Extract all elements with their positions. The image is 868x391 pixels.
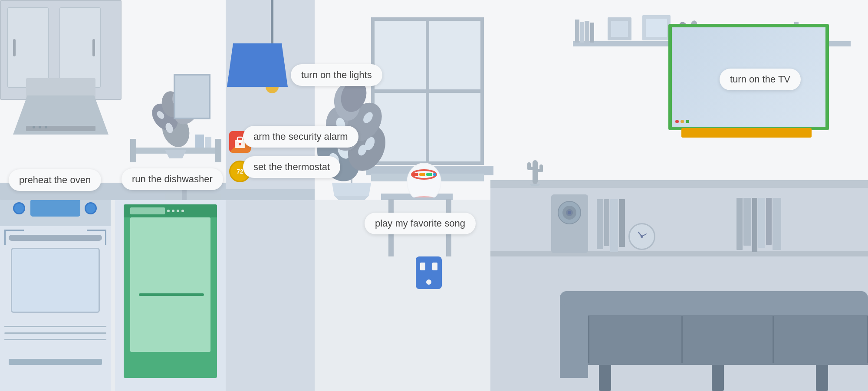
google-home-svg bbox=[404, 143, 445, 197]
dw-dot bbox=[172, 210, 174, 212]
cushion-dividers bbox=[588, 316, 868, 363]
svg-marker-40 bbox=[529, 184, 540, 186]
cabinet-door-left bbox=[7, 7, 49, 88]
book-spine bbox=[604, 199, 609, 246]
range-hood bbox=[13, 78, 108, 135]
book-spine bbox=[619, 199, 625, 247]
speaker-icon bbox=[558, 201, 582, 225]
tv-dot-green bbox=[686, 120, 689, 123]
svg-marker-3 bbox=[165, 150, 187, 158]
range-hood-dot bbox=[33, 126, 35, 128]
lamp-cord bbox=[271, 0, 273, 43]
dishwasher-front bbox=[124, 204, 217, 378]
faucet-handles bbox=[165, 194, 221, 200]
svg-marker-46 bbox=[334, 196, 369, 200]
svg-point-36 bbox=[568, 211, 571, 214]
dishwasher bbox=[115, 191, 226, 391]
svg-rect-30 bbox=[580, 22, 584, 43]
sofa bbox=[560, 261, 868, 391]
tv-status-dots bbox=[675, 120, 689, 123]
smart-home-scene: 72 bbox=[0, 0, 868, 391]
book-spine bbox=[773, 198, 781, 250]
svg-rect-45 bbox=[539, 164, 543, 172]
svg-point-39 bbox=[641, 235, 643, 238]
bubble-play-song[interactable]: play my favorite song bbox=[365, 213, 476, 234]
clock bbox=[628, 223, 655, 250]
counter-island-top bbox=[226, 189, 315, 200]
svg-rect-65 bbox=[419, 173, 425, 176]
oven-rack-lines bbox=[4, 326, 106, 340]
bubble-run-dishwasher-text: run the dishwasher bbox=[132, 174, 213, 185]
sofa-leg-2 bbox=[712, 365, 724, 391]
oven-window bbox=[11, 248, 100, 313]
oven-display bbox=[30, 199, 80, 217]
sofa-arm bbox=[560, 304, 588, 378]
book-group-left bbox=[597, 199, 625, 252]
speaker bbox=[551, 194, 588, 253]
sofa-leg-1 bbox=[599, 365, 611, 391]
bubble-set-thermostat[interactable]: set the thermostat bbox=[243, 156, 340, 178]
cabinet-handle-right bbox=[92, 39, 95, 56]
dishwasher-controls bbox=[124, 204, 217, 217]
oven-knob-left bbox=[13, 202, 25, 214]
svg-point-15 bbox=[239, 143, 241, 145]
tv-unit-shelf bbox=[490, 251, 868, 256]
dw-dot bbox=[167, 210, 170, 212]
svg-rect-41 bbox=[533, 160, 538, 184]
svg-rect-43 bbox=[527, 162, 531, 170]
dw-display bbox=[130, 207, 165, 214]
bubble-play-song-text: play my favorite song bbox=[375, 218, 465, 229]
bubble-run-dishwasher[interactable]: run the dishwasher bbox=[122, 168, 223, 190]
dw-dot bbox=[177, 210, 179, 212]
dishwasher-window bbox=[130, 217, 210, 352]
google-home bbox=[404, 143, 445, 199]
bubble-turn-on-lights[interactable]: turn on the lights bbox=[291, 64, 382, 86]
outlet-slot-right bbox=[432, 263, 437, 270]
tv-dot-yellow bbox=[681, 120, 684, 123]
bubble-turn-on-tv-text: turn on the TV bbox=[730, 74, 790, 85]
bubble-turn-on-lights-text: turn on the lights bbox=[301, 69, 372, 81]
picture-frame-kitchen bbox=[174, 74, 210, 119]
svg-rect-11 bbox=[195, 135, 204, 148]
tv-dot-red bbox=[675, 120, 679, 123]
book-spine bbox=[610, 199, 618, 252]
tv-stand-bar bbox=[681, 128, 812, 138]
book-spine bbox=[736, 198, 743, 250]
svg-rect-26 bbox=[646, 19, 667, 37]
range-hood-dots bbox=[33, 126, 47, 128]
svg-rect-28 bbox=[611, 21, 628, 37]
svg-rect-67 bbox=[433, 173, 436, 176]
thermostat-value: 72 bbox=[237, 168, 243, 175]
svg-rect-12 bbox=[205, 137, 211, 148]
svg-rect-1 bbox=[130, 139, 136, 162]
book-spine bbox=[766, 198, 772, 245]
outlet-ground bbox=[426, 279, 431, 285]
oven-handle bbox=[9, 235, 102, 241]
svg-rect-32 bbox=[590, 23, 594, 43]
range-hood-dot bbox=[45, 126, 47, 128]
tv-unit-top bbox=[490, 180, 868, 188]
dw-dot bbox=[181, 210, 184, 212]
book-spine bbox=[758, 198, 765, 248]
window-frame-vertical bbox=[426, 21, 429, 161]
bubble-arm-alarm-text: arm the security alarm bbox=[253, 131, 348, 142]
clock-face bbox=[630, 224, 654, 249]
bubble-arm-alarm[interactable]: arm the security alarm bbox=[243, 126, 358, 148]
bubble-preheat-oven[interactable]: preheat the oven bbox=[9, 169, 101, 191]
cushion-div1 bbox=[681, 316, 683, 363]
oven-knob-right bbox=[85, 202, 97, 214]
cactus-icon bbox=[525, 149, 545, 186]
rack-line bbox=[4, 339, 106, 340]
sofa-leg-3 bbox=[816, 365, 828, 391]
range-hood-dot bbox=[39, 126, 41, 128]
oven-bottom-panel bbox=[9, 359, 102, 365]
book-spine bbox=[597, 199, 603, 249]
svg-rect-29 bbox=[575, 20, 579, 43]
lamp-shade bbox=[227, 43, 288, 87]
lamp-pendant bbox=[256, 0, 288, 93]
bubble-preheat-oven-text: preheat the oven bbox=[19, 174, 91, 186]
bubble-turn-on-tv[interactable]: turn on the TV bbox=[720, 69, 801, 90]
book-group-right bbox=[736, 198, 781, 252]
book-spine bbox=[743, 198, 751, 246]
svg-marker-47 bbox=[332, 183, 371, 196]
